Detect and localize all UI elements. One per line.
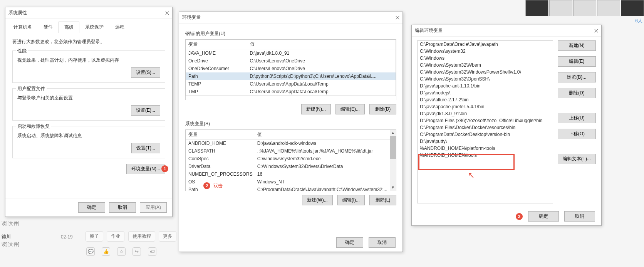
list-item[interactable]: D:\java\putty\ [418, 138, 553, 145]
col-header-val[interactable]: 值 [248, 40, 396, 49]
delete-entry-button[interactable]: 删除(D) [558, 88, 596, 98]
pill-tutorial[interactable]: 使用教程 [128, 231, 155, 242]
cancel-button[interactable]: 取消 [109, 202, 136, 213]
list-item[interactable]: C:\Windows\System32\Wbem [418, 62, 553, 69]
table-row[interactable]: NUMBER_OF_PROCESSORS16 [186, 170, 396, 178]
settings-s-button[interactable]: 设置(S)... [131, 67, 160, 78]
dialog-title: 环境变量 [182, 14, 201, 21]
new-user-var-button[interactable]: 新建(N)... [301, 104, 331, 114]
list-item[interactable]: %ANDROID_HOME%\platform-tools [418, 145, 553, 152]
apply-button[interactable]: 应用(A) [140, 202, 167, 213]
annotation-badge-2: 2 [203, 182, 210, 189]
ok-button[interactable]: 确定 [336, 237, 363, 248]
list-item[interactable]: D:\java\allure-2.17.2\bin [418, 96, 553, 103]
cancel-button[interactable]: 取消 [369, 237, 396, 248]
col-header-var[interactable]: 变量 [186, 130, 255, 139]
thumbnail[interactable] [525, 0, 548, 16]
pill-circle[interactable]: 圈子 [86, 231, 103, 242]
var-name: ANDROID_HOME [186, 139, 255, 148]
list-item[interactable]: C:\Windows [418, 55, 553, 62]
tab-strip: 计算机名 硬件 高级 系统保护 远程 [8, 21, 170, 33]
close-icon[interactable] [165, 11, 169, 15]
list-item[interactable]: D:\Program Files (x86)\Yozosoft\Yozo_Off… [418, 117, 553, 124]
edit-sys-var-button[interactable]: 编辑(I)... [337, 195, 365, 205]
table-row[interactable]: PathD:\python3\Scripts\;D:\python3\;C:\U… [186, 72, 396, 80]
ok-button[interactable]: 确定 [528, 211, 559, 222]
col-header-var[interactable]: 变量 [186, 40, 248, 49]
list-item[interactable]: C:\Windows\System32\WindowsPowerShell\v1… [418, 69, 553, 76]
table-row[interactable]: TMPC:\Users\Lenovo\AppData\Local\Temp [186, 88, 396, 96]
ok-button[interactable]: 确定 [78, 202, 105, 213]
tab-advanced[interactable]: 高级 [59, 22, 79, 33]
dialog-title: 系统属性 [8, 10, 27, 16]
edit-entry-button[interactable]: 编辑(E) [558, 56, 596, 67]
group-desc: 与登录帐户相关的桌面设置 [17, 95, 160, 101]
browse-button[interactable]: 浏览(B)... [558, 72, 596, 82]
tag-icon[interactable]: 🏷 [148, 247, 156, 256]
new-sys-var-button[interactable]: 新建(W)... [302, 195, 332, 205]
delete-sys-var-button[interactable]: 删除(L) [369, 195, 396, 205]
thumbnail[interactable] [549, 0, 572, 16]
table-row[interactable]: JAVA_HOMED:\java\jdk1.8.0_91 [186, 49, 396, 57]
share-icon[interactable]: ↪ [132, 247, 141, 256]
scrollbar[interactable]: ▴ ▾ [390, 130, 396, 191]
table-row[interactable]: DriverDataC:\Windows\System32\Drivers\Dr… [186, 163, 396, 170]
var-value: 16 [255, 170, 396, 178]
new-entry-button[interactable]: 新建(N) [558, 40, 596, 51]
list-item[interactable]: %ANDROID_HOME%\tools [418, 152, 553, 159]
tab-remote[interactable]: 远程 [109, 21, 130, 33]
group-user-profiles: 用户配置文件 与登录帐户相关的桌面设置 设置(E)... [12, 88, 165, 121]
thumbnail[interactable] [573, 0, 596, 16]
close-icon[interactable] [594, 29, 598, 33]
tab-hardware[interactable]: 硬件 [38, 21, 59, 33]
close-icon[interactable] [396, 16, 399, 20]
path-entries-list[interactable]: C:\ProgramData\Oracle\Java\javapathC:\Wi… [417, 40, 553, 203]
var-name: TEMP [186, 80, 248, 88]
thumbnail[interactable] [621, 0, 644, 16]
pill-homework[interactable]: 作业 [107, 231, 124, 242]
table-row[interactable]: OneDriveC:\Users\Lenovo\OneDrive [186, 57, 396, 65]
list-item[interactable]: C:\ProgramData\Oracle\Java\javapath [418, 41, 553, 48]
system-vars-table[interactable]: 变量值 ANDROID_HOMED:\java\android-sdk-wind… [185, 129, 396, 191]
list-item[interactable]: D:\java\apache-ant-1.10.1\bin [418, 82, 553, 89]
titlebar[interactable]: 环境变量 [179, 12, 402, 24]
settings-e-button[interactable]: 设置(E)... [131, 105, 160, 116]
titlebar[interactable]: 编辑环境变量 [412, 25, 601, 37]
scroll-up-icon[interactable]: ▴ [390, 130, 396, 136]
delete-user-var-button[interactable]: 删除(D) [369, 104, 396, 114]
table-row[interactable]: TEMPC:\Users\Lenovo\AppData\Local\Temp [186, 80, 396, 88]
list-item[interactable]: C:\Program Files\Docker\Docker\resources… [418, 124, 553, 131]
move-up-button[interactable]: 上移(U) [558, 113, 596, 123]
tab-computer-name[interactable]: 计算机名 [8, 21, 38, 33]
list-item[interactable]: C:\Windows\system32 [418, 48, 553, 55]
cancel-button[interactable]: 取消 [564, 211, 595, 222]
user-vars-table[interactable]: 变量值 JAVA_HOMED:\java\jdk1.8.0_91OneDrive… [185, 39, 396, 100]
move-down-button[interactable]: 下移(O) [558, 129, 596, 139]
list-item[interactable]: D:\java\nodejs\ [418, 89, 553, 96]
scroll-down-icon[interactable]: ▾ [390, 185, 396, 191]
comment-icon[interactable]: 💬 [86, 247, 95, 256]
col-header-val[interactable]: 值 [255, 130, 396, 139]
scroll-thumb[interactable] [390, 136, 396, 159]
edit-user-var-button[interactable]: 编辑(E)... [335, 104, 365, 114]
tab-system-protection[interactable]: 系统保护 [79, 21, 109, 33]
list-item[interactable]: D:\java\jdk1.8.0_91\bin [418, 110, 553, 117]
var-value: C:\Users\Lenovo\OneDrive [248, 65, 396, 72]
titlebar[interactable]: 系统属性 [5, 7, 172, 19]
star-icon[interactable]: ☆ [117, 247, 126, 256]
table-row[interactable]: CLASSPATH.;%JAVA_HOME%\lib\tools.jar;%JA… [186, 147, 396, 155]
pill-more[interactable]: 更多 [159, 231, 176, 242]
edit-text-button[interactable]: 编辑文本(T)... [558, 154, 596, 164]
list-item[interactable]: C:\ProgramData\DockerDesktop\version-bin [418, 131, 553, 138]
list-item[interactable]: C:\Windows\System32\OpenSSH\ [418, 76, 553, 82]
table-row[interactable]: ComSpecC:\windows\system32\cmd.exe [186, 155, 396, 163]
list-item[interactable]: D:\java\apache-jmeter-5.4.1\bin [418, 103, 553, 110]
settings-t-button[interactable]: 设置(T)... [131, 143, 160, 153]
environment-variables-button[interactable]: 环境变量(N)... [126, 164, 165, 174]
var-name: OneDrive [186, 57, 248, 65]
table-row[interactable]: OneDriveConsumerC:\Users\Lenovo\OneDrive [186, 65, 396, 72]
table-row[interactable]: ANDROID_HOMED:\java\android-sdk-windows [186, 139, 396, 148]
var-name: TMP [186, 88, 248, 96]
like-icon[interactable]: 👍 [102, 247, 110, 256]
thumbnail[interactable] [597, 0, 620, 16]
